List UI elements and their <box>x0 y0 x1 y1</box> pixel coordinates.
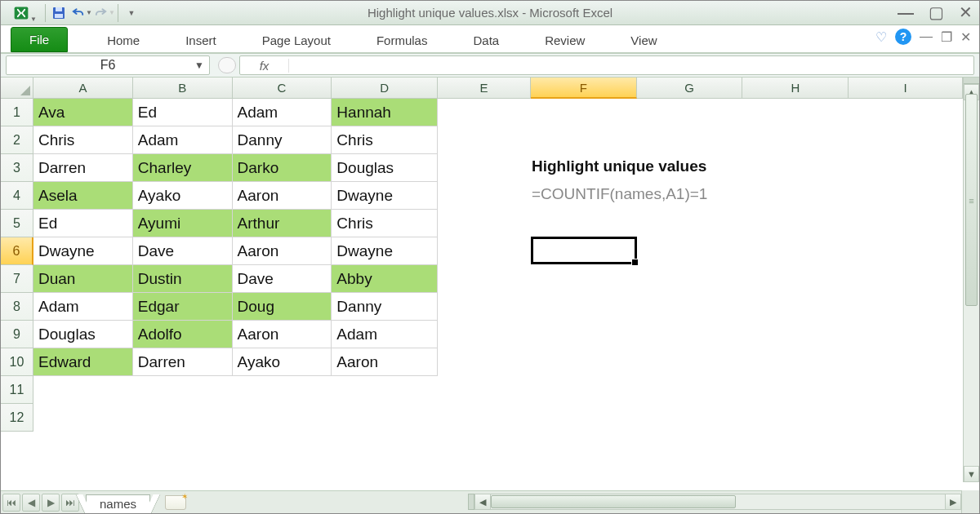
row-header-10[interactable]: 10 <box>1 348 33 376</box>
cell-F11[interactable] <box>531 376 637 404</box>
row-header-8[interactable]: 8 <box>1 293 33 321</box>
cell-C2[interactable]: Danny <box>233 126 332 154</box>
cell-B3[interactable]: Charley <box>133 154 233 182</box>
cell-A11[interactable] <box>33 376 133 404</box>
new-sheet-button[interactable] <box>165 495 186 510</box>
cell-D7[interactable]: Abby <box>332 265 438 293</box>
cell-F6[interactable] <box>531 237 637 265</box>
cell-A9[interactable]: Douglas <box>33 321 133 348</box>
cell-B2[interactable]: Adam <box>133 126 233 154</box>
cell-H8[interactable] <box>742 293 849 321</box>
cell-E6[interactable] <box>438 237 531 265</box>
cell-D6[interactable]: Dwayne <box>332 237 438 265</box>
cell-F2[interactable] <box>531 126 637 154</box>
cell-B8[interactable]: Edgar <box>133 293 233 321</box>
cell-C10[interactable]: Ayako <box>233 348 332 376</box>
cell-E2[interactable] <box>438 126 531 154</box>
worksheet-grid[interactable]: ABCDEFGHI 123456789101112 AvaEdAdamHanna… <box>1 78 979 482</box>
first-sheet-button[interactable]: ⏮ <box>2 494 20 512</box>
cell-A6[interactable]: Dwayne <box>33 237 133 265</box>
cell-E4[interactable] <box>438 182 531 210</box>
col-header-C[interactable]: C <box>233 78 332 99</box>
cell-G11[interactable] <box>637 376 743 404</box>
cell-C8[interactable]: Doug <box>233 293 332 321</box>
col-header-A[interactable]: A <box>33 78 133 99</box>
cell-B11[interactable] <box>133 376 233 404</box>
cell-B1[interactable]: Ed <box>133 99 233 126</box>
cell-E8[interactable] <box>438 293 531 321</box>
row-header-4[interactable]: 4 <box>1 182 33 210</box>
cell-E12[interactable] <box>438 404 531 432</box>
cell-I2[interactable] <box>849 126 963 154</box>
sheet-tab[interactable]: names <box>86 494 150 514</box>
cell-D10[interactable]: Aaron <box>332 348 438 376</box>
cell-C5[interactable]: Arthur <box>233 210 332 237</box>
cell-D8[interactable]: Danny <box>332 293 438 321</box>
col-header-E[interactable]: E <box>438 78 531 99</box>
cell-D11[interactable] <box>332 376 438 404</box>
cell-E10[interactable] <box>438 348 531 376</box>
cell-H4[interactable] <box>742 182 849 210</box>
cell-D4[interactable]: Dwayne <box>332 182 438 210</box>
cell-D9[interactable]: Adam <box>332 321 438 348</box>
cell-B10[interactable]: Darren <box>133 348 233 376</box>
cell-G8[interactable] <box>637 293 743 321</box>
file-tab[interactable]: File <box>11 27 68 52</box>
scroll-down-button[interactable]: ▼ <box>964 466 979 482</box>
row-header-9[interactable]: 9 <box>1 321 33 348</box>
cell-A12[interactable] <box>33 404 133 432</box>
cell-H7[interactable] <box>742 265 849 293</box>
cell-A1[interactable]: Ava <box>33 99 133 126</box>
cell-F12[interactable] <box>531 404 637 432</box>
ribbon-tab-home[interactable]: Home <box>96 29 151 52</box>
cell-H3[interactable] <box>742 154 849 182</box>
cell-G10[interactable] <box>637 348 743 376</box>
cell-C6[interactable]: Aaron <box>233 237 332 265</box>
close-icon[interactable]: ✕ <box>959 2 973 22</box>
cell-I6[interactable] <box>849 237 963 265</box>
ribbon-tab-formulas[interactable]: Formulas <box>365 29 439 52</box>
cell-A10[interactable]: Edward <box>33 348 133 376</box>
ribbon-tab-insert[interactable]: Insert <box>174 29 228 52</box>
cell-F7[interactable] <box>531 265 637 293</box>
customize-qat-button[interactable]: ▼ <box>120 2 143 24</box>
cell-H2[interactable] <box>742 126 849 154</box>
select-all-corner[interactable] <box>1 78 33 99</box>
cell-E1[interactable] <box>438 99 531 126</box>
cell-C11[interactable] <box>233 376 332 404</box>
horizontal-scrollbar[interactable]: ◀ ▶ <box>474 494 961 510</box>
maximize-icon[interactable]: ▢ <box>929 2 944 22</box>
cell-C7[interactable]: Dave <box>233 265 332 293</box>
col-header-I[interactable]: I <box>849 78 963 99</box>
ribbon-tab-review[interactable]: Review <box>533 29 596 52</box>
cell-H1[interactable] <box>742 99 849 126</box>
cell-H10[interactable] <box>742 348 849 376</box>
cell-E5[interactable] <box>438 210 531 237</box>
fx-cancel-button[interactable] <box>218 57 236 73</box>
col-header-F[interactable]: F <box>531 78 637 99</box>
cell-I11[interactable] <box>849 376 963 404</box>
mdi-restore-icon[interactable]: ❐ <box>941 29 952 45</box>
cell-A5[interactable]: Ed <box>33 210 133 237</box>
cell-I5[interactable] <box>849 210 963 237</box>
cell-I10[interactable] <box>849 348 963 376</box>
cell-H11[interactable] <box>742 376 849 404</box>
row-header-5[interactable]: 5 <box>1 210 33 237</box>
row-header-12[interactable]: 12 <box>1 404 33 432</box>
mdi-close-icon[interactable]: ✕ <box>960 29 971 45</box>
ribbon-min-icon[interactable]: ♡ <box>875 29 887 45</box>
cell-C3[interactable]: Darko <box>233 154 332 182</box>
undo-button[interactable]: ▼ <box>70 2 93 24</box>
redo-button[interactable]: ▼ <box>93 2 116 24</box>
cell-A4[interactable]: Asela <box>33 182 133 210</box>
cell-B4[interactable]: Ayako <box>133 182 233 210</box>
cell-G12[interactable] <box>637 404 743 432</box>
row-header-11[interactable]: 11 <box>1 376 33 404</box>
row-header-2[interactable]: 2 <box>1 126 33 154</box>
help-icon[interactable]: ? <box>895 29 911 45</box>
cell-F1[interactable] <box>531 99 637 126</box>
cell-A3[interactable]: Darren <box>33 154 133 182</box>
cell-F9[interactable] <box>531 321 637 348</box>
ribbon-tab-view[interactable]: View <box>619 29 668 52</box>
row-header-1[interactable]: 1 <box>1 99 33 126</box>
